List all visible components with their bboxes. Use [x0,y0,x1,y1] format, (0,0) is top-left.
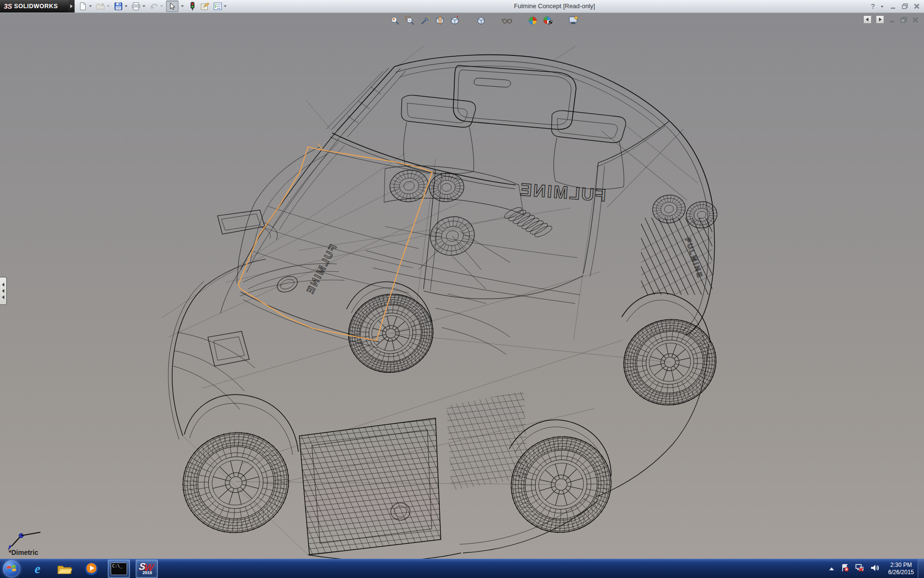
start-button[interactable] [3,560,20,578]
brand-name: SOLIDWORKS [14,3,58,10]
dropdown-icon[interactable] [107,5,110,7]
solidworks-logo: 3S SOLIDWORKS [0,0,68,13]
reference-triad [8,532,40,550]
document-minimize-button[interactable] [888,16,896,23]
model-badge-rear: FULMINE [684,237,705,280]
pane-toggle-right-button[interactable] [876,15,884,24]
clock-time: 2:30 PM [888,562,914,569]
internet-explorer-icon: e [35,562,40,577]
new-document-icon [77,1,88,12]
pane-toggle-left-button[interactable] [863,15,872,24]
windows-flag-icon [7,564,16,574]
taskbar-media-player[interactable] [81,560,102,578]
volume-icon[interactable] [870,564,880,574]
dropdown-icon[interactable] [89,5,92,7]
new-document-button[interactable] [77,1,94,12]
taskbar-solidworks-2015[interactable]: S W 2015 [136,560,158,578]
traffic-light-icon [187,1,198,12]
command-prompt-icon: C:\_ [111,563,127,575]
print-button[interactable] [130,1,147,12]
open-folder-icon [95,1,106,12]
clock-date: 6/26/2015 [888,569,914,576]
file-properties-button[interactable] [199,1,211,12]
folder-icon [57,563,72,575]
main-toolbar [77,0,229,12]
wireframe-model[interactable]: FULMINEFULMINEFULMINE [0,13,924,559]
rebuild-button[interactable] [187,1,198,12]
restore-button[interactable] [901,3,909,10]
options-button[interactable] [212,1,229,12]
select-dropdown-button[interactable] [180,1,186,12]
show-hidden-icons-button[interactable] [828,565,835,573]
taskbar-clock[interactable]: 2:30 PM 6/26/2015 [888,562,914,576]
taskbar-windows-explorer[interactable] [54,560,75,578]
window-title: Fulmine Concept [Read-only] [514,2,595,10]
title-bar: 3S SOLIDWORKS [0,0,924,13]
save-button[interactable] [113,1,129,12]
note-pencil-icon [200,1,210,12]
help-dropdown-icon[interactable] [881,6,884,8]
taskbar: e C:\_ S W 2015 [0,559,924,578]
view-orientation-button[interactable] [449,15,460,26]
display-style-button[interactable] [475,15,486,26]
graphics-area[interactable]: + [0,13,924,559]
dropdown-icon[interactable] [142,5,145,7]
printer-icon [131,1,141,12]
edit-appearance-button[interactable] [527,15,538,26]
undo-button[interactable] [148,1,165,12]
view-orientation-label: *Dimetric [9,549,38,556]
dassault-3ds-mark: 3S [4,2,12,10]
view-settings-button[interactable] [568,15,579,26]
section-view-button[interactable] [435,15,445,26]
zoom-to-fit-button[interactable] [390,15,400,26]
undo-arrow-icon [149,1,159,12]
model-badge-sill: FULMINE [304,242,338,296]
sw-year: 2015 [142,571,152,575]
taskbar-internet-explorer[interactable]: e [27,560,48,578]
solidworks-2015-icon: S W 2015 [138,562,155,576]
close-button[interactable] [913,3,920,10]
show-desktop-button[interactable] [918,559,924,578]
model-badge-side: FULMINE [518,179,606,205]
flyout-arrow-icon [70,4,73,8]
window-controls: ? [871,0,920,13]
dropdown-icon [181,5,184,7]
checklist-icon [212,1,223,12]
document-close-button[interactable] [912,16,919,23]
system-tray [828,564,880,574]
previous-view-button[interactable] [420,15,430,26]
dropdown-icon[interactable] [125,5,128,7]
svg-text:+: + [409,19,411,22]
document-window-controls [863,15,919,24]
action-center-icon[interactable] [841,564,849,574]
dropdown-icon[interactable] [160,5,163,7]
network-disconnected-icon[interactable] [855,564,864,574]
select-tool-button[interactable] [166,0,179,12]
save-floppy-icon [113,1,124,12]
zoom-to-area-button[interactable]: + [405,15,415,26]
dropdown-icon[interactable] [224,5,227,7]
media-player-icon [84,562,99,576]
headsup-view-toolbar: + [390,15,579,26]
document-restore-button[interactable] [900,16,908,23]
minimize-button[interactable] [890,3,897,10]
menu-flyout-button[interactable] [68,0,75,13]
help-button[interactable]: ? [871,3,875,10]
taskbar-command-prompt[interactable]: C:\_ [108,560,130,578]
cursor-arrow-icon [167,1,178,12]
hide-show-items-button[interactable] [501,15,512,26]
open-button[interactable] [95,1,112,12]
apply-scene-button[interactable] [542,15,553,26]
